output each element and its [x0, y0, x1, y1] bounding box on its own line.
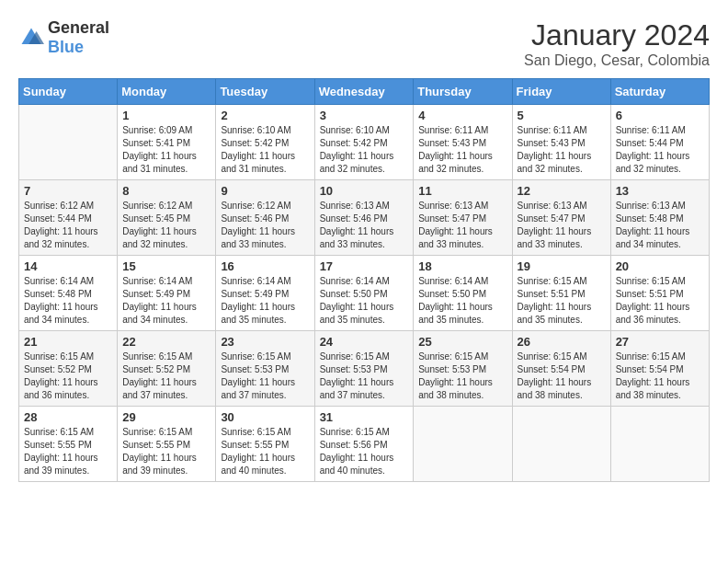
day-cell: 15Sunrise: 6:14 AM Sunset: 5:49 PM Dayli… — [118, 256, 216, 331]
day-cell: 14Sunrise: 6:14 AM Sunset: 5:48 PM Dayli… — [19, 256, 118, 331]
week-row-2: 7Sunrise: 6:12 AM Sunset: 5:44 PM Daylig… — [19, 180, 710, 256]
logo-icon — [18, 25, 44, 51]
day-info: Sunrise: 6:13 AM Sunset: 5:48 PM Dayligh… — [616, 200, 704, 251]
calendar-table: SundayMondayTuesdayWednesdayThursdayFrid… — [18, 78, 710, 482]
header-tuesday: Tuesday — [216, 79, 314, 105]
day-number: 17 — [320, 259, 409, 273]
day-number: 20 — [616, 259, 704, 273]
day-cell: 8Sunrise: 6:12 AM Sunset: 5:45 PM Daylig… — [118, 180, 216, 256]
day-number: 10 — [320, 184, 409, 198]
day-number: 14 — [24, 259, 112, 273]
week-row-3: 14Sunrise: 6:14 AM Sunset: 5:48 PM Dayli… — [19, 256, 710, 331]
day-cell: 9Sunrise: 6:12 AM Sunset: 5:46 PM Daylig… — [216, 180, 314, 256]
day-number: 9 — [221, 184, 309, 198]
day-number: 31 — [320, 410, 409, 424]
day-cell: 13Sunrise: 6:13 AM Sunset: 5:48 PM Dayli… — [610, 180, 709, 256]
day-info: Sunrise: 6:11 AM Sunset: 5:43 PM Dayligh… — [418, 124, 506, 176]
day-cell: 12Sunrise: 6:13 AM Sunset: 5:47 PM Dayli… — [512, 180, 610, 256]
day-number: 2 — [221, 109, 309, 122]
day-info: Sunrise: 6:13 AM Sunset: 5:46 PM Dayligh… — [320, 200, 409, 251]
day-cell — [414, 407, 512, 482]
day-info: Sunrise: 6:14 AM Sunset: 5:50 PM Dayligh… — [320, 275, 409, 327]
day-cell — [19, 105, 118, 180]
logo-general: General — [48, 18, 109, 37]
page-header: General Blue January 2024 San Diego, Ces… — [18, 18, 710, 69]
day-number: 8 — [122, 184, 210, 198]
day-info: Sunrise: 6:15 AM Sunset: 5:52 PM Dayligh… — [122, 350, 210, 402]
day-info: Sunrise: 6:14 AM Sunset: 5:49 PM Dayligh… — [122, 275, 210, 327]
day-number: 5 — [518, 109, 606, 122]
week-row-1: 1Sunrise: 6:09 AM Sunset: 5:41 PM Daylig… — [19, 105, 710, 180]
day-number: 16 — [221, 259, 309, 273]
header-sunday: Sunday — [19, 79, 118, 105]
day-cell: 21Sunrise: 6:15 AM Sunset: 5:52 PM Dayli… — [19, 331, 118, 407]
day-cell: 22Sunrise: 6:15 AM Sunset: 5:52 PM Dayli… — [118, 331, 216, 407]
day-number: 30 — [221, 410, 309, 424]
header-wednesday: Wednesday — [314, 79, 414, 105]
logo-blue: Blue — [48, 38, 84, 56]
day-info: Sunrise: 6:13 AM Sunset: 5:47 PM Dayligh… — [418, 200, 506, 251]
day-number: 11 — [418, 184, 506, 198]
day-number: 23 — [221, 335, 309, 349]
day-number: 24 — [320, 335, 409, 349]
day-number: 29 — [122, 410, 210, 424]
day-cell: 1Sunrise: 6:09 AM Sunset: 5:41 PM Daylig… — [118, 105, 216, 180]
day-cell: 26Sunrise: 6:15 AM Sunset: 5:54 PM Dayli… — [512, 331, 610, 407]
day-number: 28 — [24, 410, 112, 424]
day-number: 15 — [122, 259, 210, 273]
week-row-5: 28Sunrise: 6:15 AM Sunset: 5:55 PM Dayli… — [19, 407, 710, 482]
day-number: 26 — [518, 335, 606, 349]
day-info: Sunrise: 6:14 AM Sunset: 5:49 PM Dayligh… — [221, 275, 309, 327]
day-number: 3 — [320, 109, 409, 122]
day-cell: 30Sunrise: 6:15 AM Sunset: 5:55 PM Dayli… — [216, 407, 314, 482]
week-row-4: 21Sunrise: 6:15 AM Sunset: 5:52 PM Dayli… — [19, 331, 710, 407]
header-friday: Friday — [512, 79, 610, 105]
day-cell: 18Sunrise: 6:14 AM Sunset: 5:50 PM Dayli… — [414, 256, 512, 331]
day-cell: 17Sunrise: 6:14 AM Sunset: 5:50 PM Dayli… — [314, 256, 414, 331]
day-cell: 3Sunrise: 6:10 AM Sunset: 5:42 PM Daylig… — [314, 105, 414, 180]
day-number: 25 — [418, 335, 506, 349]
day-cell: 23Sunrise: 6:15 AM Sunset: 5:53 PM Dayli… — [216, 331, 314, 407]
day-info: Sunrise: 6:11 AM Sunset: 5:44 PM Dayligh… — [616, 124, 704, 176]
day-info: Sunrise: 6:15 AM Sunset: 5:55 PM Dayligh… — [122, 426, 210, 477]
day-info: Sunrise: 6:15 AM Sunset: 5:54 PM Dayligh… — [616, 350, 704, 402]
day-cell: 6Sunrise: 6:11 AM Sunset: 5:44 PM Daylig… — [610, 105, 709, 180]
day-info: Sunrise: 6:15 AM Sunset: 5:52 PM Dayligh… — [24, 350, 112, 402]
day-number: 4 — [418, 109, 506, 122]
day-info: Sunrise: 6:13 AM Sunset: 5:47 PM Dayligh… — [518, 200, 606, 251]
day-number: 12 — [518, 184, 606, 198]
day-cell: 4Sunrise: 6:11 AM Sunset: 5:43 PM Daylig… — [414, 105, 512, 180]
day-info: Sunrise: 6:15 AM Sunset: 5:54 PM Dayligh… — [518, 350, 606, 402]
day-info: Sunrise: 6:15 AM Sunset: 5:53 PM Dayligh… — [221, 350, 309, 402]
day-info: Sunrise: 6:10 AM Sunset: 5:42 PM Dayligh… — [221, 124, 309, 176]
day-info: Sunrise: 6:15 AM Sunset: 5:53 PM Dayligh… — [418, 350, 506, 402]
day-info: Sunrise: 6:10 AM Sunset: 5:42 PM Dayligh… — [320, 124, 409, 176]
day-number: 13 — [616, 184, 704, 198]
day-cell: 24Sunrise: 6:15 AM Sunset: 5:53 PM Dayli… — [314, 331, 414, 407]
day-cell: 5Sunrise: 6:11 AM Sunset: 5:43 PM Daylig… — [512, 105, 610, 180]
day-cell: 19Sunrise: 6:15 AM Sunset: 5:51 PM Dayli… — [512, 256, 610, 331]
day-number: 27 — [616, 335, 704, 349]
day-cell: 27Sunrise: 6:15 AM Sunset: 5:54 PM Dayli… — [610, 331, 709, 407]
day-number: 6 — [616, 109, 704, 122]
day-number: 22 — [122, 335, 210, 349]
day-info: Sunrise: 6:15 AM Sunset: 5:51 PM Dayligh… — [616, 275, 704, 327]
day-info: Sunrise: 6:12 AM Sunset: 5:45 PM Dayligh… — [122, 200, 210, 251]
day-cell: 28Sunrise: 6:15 AM Sunset: 5:55 PM Dayli… — [19, 407, 118, 482]
header-monday: Monday — [118, 79, 216, 105]
calendar-title: January 2024 — [524, 18, 710, 52]
day-number: 7 — [24, 184, 112, 198]
day-info: Sunrise: 6:15 AM Sunset: 5:55 PM Dayligh… — [24, 426, 112, 477]
day-cell — [610, 407, 709, 482]
day-cell: 2Sunrise: 6:10 AM Sunset: 5:42 PM Daylig… — [216, 105, 314, 180]
day-cell: 31Sunrise: 6:15 AM Sunset: 5:56 PM Dayli… — [314, 407, 414, 482]
day-cell: 16Sunrise: 6:14 AM Sunset: 5:49 PM Dayli… — [216, 256, 314, 331]
day-info: Sunrise: 6:09 AM Sunset: 5:41 PM Dayligh… — [122, 124, 210, 176]
day-number: 21 — [24, 335, 112, 349]
day-number: 1 — [122, 109, 210, 122]
calendar-subtitle: San Diego, Cesar, Colombia — [524, 52, 710, 69]
day-cell: 10Sunrise: 6:13 AM Sunset: 5:46 PM Dayli… — [314, 180, 414, 256]
day-number: 19 — [518, 259, 606, 273]
day-info: Sunrise: 6:15 AM Sunset: 5:55 PM Dayligh… — [221, 426, 309, 477]
day-number: 18 — [418, 259, 506, 273]
